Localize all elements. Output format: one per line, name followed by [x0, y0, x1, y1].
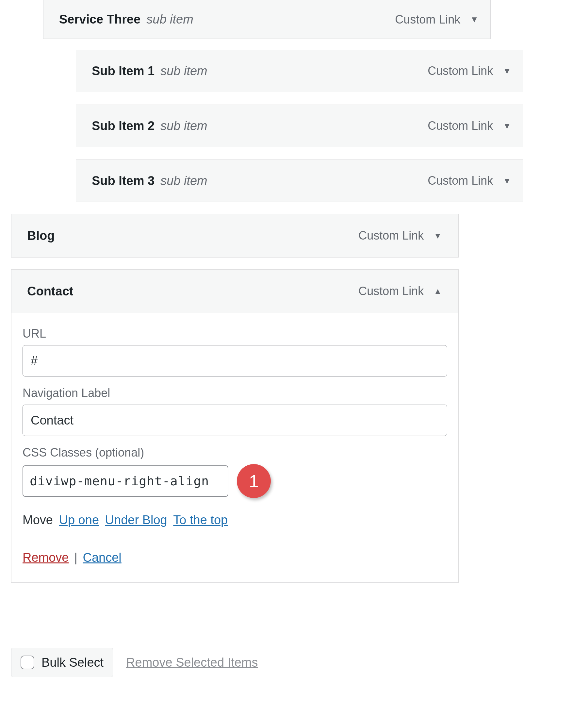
- remove-selected-items-link[interactable]: Remove Selected Items: [126, 656, 258, 670]
- menu-item-contact-panel: URL Navigation Label CSS Classes (option…: [11, 313, 459, 583]
- menu-item-sub-2[interactable]: Sub Item 2 sub item Custom Link ▼: [76, 105, 523, 147]
- menu-item-subtitle: sub item: [161, 119, 207, 133]
- css-classes-input[interactable]: [23, 465, 228, 497]
- menu-item-title: Sub Item 1: [92, 64, 154, 78]
- move-to-top-link[interactable]: To the top: [173, 513, 228, 527]
- annotation-badge-1: 1: [237, 464, 271, 498]
- menu-item-type: Custom Link: [427, 119, 493, 133]
- cancel-link[interactable]: Cancel: [83, 551, 122, 565]
- menu-item-blog[interactable]: Blog Custom Link ▼: [11, 214, 459, 258]
- menu-item-type: Custom Link: [358, 284, 424, 298]
- chevron-down-icon[interactable]: ▼: [503, 121, 511, 131]
- bulk-select-toggle[interactable]: Bulk Select: [11, 648, 113, 677]
- menu-item-type: Custom Link: [427, 64, 493, 78]
- url-input[interactable]: [23, 345, 447, 376]
- menu-item-subtitle: sub item: [161, 174, 207, 188]
- menu-item-title: Sub Item 2: [92, 119, 154, 133]
- css-classes-label: CSS Classes (optional): [23, 446, 447, 459]
- menu-item-subtitle: sub item: [161, 64, 207, 78]
- menu-item-type: Custom Link: [427, 174, 493, 188]
- menu-item-contact[interactable]: Contact Custom Link ▲: [11, 269, 459, 313]
- menu-item-type: Custom Link: [358, 229, 424, 243]
- menu-item-service-three[interactable]: Service Three sub item Custom Link ▼: [43, 0, 491, 39]
- chevron-down-icon[interactable]: ▼: [470, 14, 479, 24]
- bulk-select-label: Bulk Select: [41, 656, 104, 670]
- chevron-up-icon[interactable]: ▲: [434, 286, 442, 296]
- menu-item-title: Service Three: [59, 13, 141, 26]
- menu-item-sub-1[interactable]: Sub Item 1 sub item Custom Link ▼: [76, 50, 523, 92]
- move-under-blog-link[interactable]: Under Blog: [105, 513, 167, 527]
- menu-item-sub-3[interactable]: Sub Item 3 sub item Custom Link ▼: [76, 160, 523, 202]
- nav-label-label: Navigation Label: [23, 386, 447, 400]
- menu-item-subtitle: sub item: [146, 13, 193, 26]
- navigation-label-input[interactable]: [23, 405, 447, 436]
- separator: |: [74, 551, 81, 565]
- remove-link[interactable]: Remove: [23, 551, 69, 565]
- move-up-one-link[interactable]: Up one: [59, 513, 99, 527]
- menu-item-type: Custom Link: [395, 13, 460, 26]
- bulk-select-checkbox[interactable]: [21, 656, 34, 669]
- menu-item-title: Sub Item 3: [92, 174, 154, 188]
- menu-item-title: Contact: [27, 284, 73, 299]
- chevron-down-icon[interactable]: ▼: [503, 66, 511, 76]
- menu-item-title: Blog: [27, 229, 55, 243]
- move-label: Move: [23, 513, 53, 527]
- chevron-down-icon[interactable]: ▼: [503, 176, 511, 186]
- chevron-down-icon[interactable]: ▼: [434, 231, 442, 241]
- url-label: URL: [23, 327, 447, 341]
